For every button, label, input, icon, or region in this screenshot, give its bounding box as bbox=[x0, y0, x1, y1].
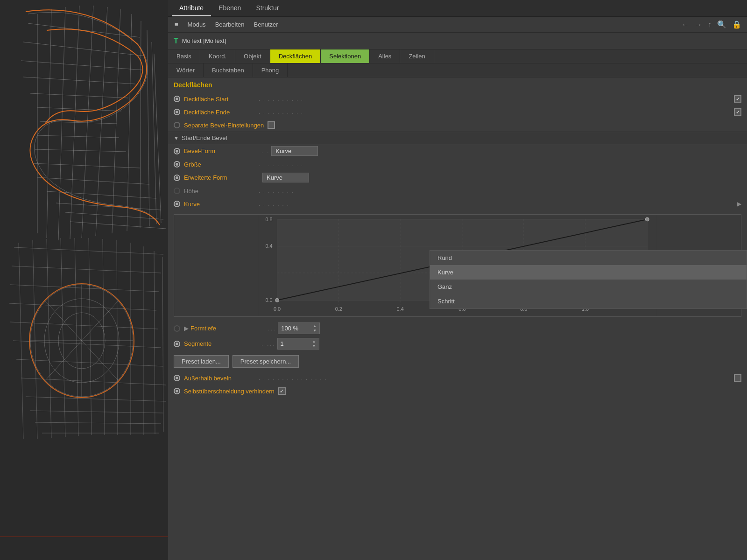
benutzer-button[interactable]: Benutzer bbox=[251, 20, 281, 29]
nav-up-button[interactable]: ↑ bbox=[706, 19, 713, 30]
dropdown-erweiterte-form-value: Kurve bbox=[267, 174, 282, 181]
radio-ausserhalb[interactable] bbox=[174, 375, 180, 381]
label-deckflaeche-ende: Deckfläche Ende bbox=[184, 109, 259, 116]
object-title-bar: T MoText [MoText] bbox=[168, 33, 747, 49]
dots-formtiefe: . . . bbox=[268, 326, 275, 331]
radio-segmente[interactable] bbox=[174, 341, 180, 347]
preset-speichern-button[interactable]: Preset speichern... bbox=[233, 355, 299, 368]
dots-kurve: . . . . . . . bbox=[259, 201, 737, 207]
bearbeiten-button[interactable]: Bearbeiten bbox=[212, 20, 247, 29]
collapse-bevel[interactable]: ▼ Start/Ende Bevel bbox=[168, 132, 747, 144]
tab-alles[interactable]: Alles bbox=[370, 49, 400, 63]
dropdown-erweiterte-form[interactable]: Kurve bbox=[262, 173, 309, 182]
label-kurve: Kurve bbox=[184, 201, 259, 208]
tab-koord[interactable]: Koord. bbox=[200, 49, 235, 63]
dropdown-item-schritt[interactable]: Schritt bbox=[430, 294, 747, 308]
radio-deckflaeche-start[interactable] bbox=[174, 96, 180, 102]
dropdown-item-ganz[interactable]: Ganz bbox=[430, 280, 747, 294]
dots-bevel-form: . . . bbox=[261, 148, 268, 154]
tab-zeilen[interactable]: Zeilen bbox=[400, 49, 434, 63]
radio-separate-bevel[interactable] bbox=[174, 122, 180, 128]
value-formtiefe: 100 % bbox=[281, 325, 298, 332]
dots-ausserhalb: . . . . . . . . . . . . . . . bbox=[259, 375, 734, 381]
tab-attribute[interactable]: Attribute bbox=[172, 0, 211, 16]
prop-row-segmente: Segmente . . . . . 1 ▲ ▼ bbox=[168, 336, 747, 351]
radio-selbstueberschneidung[interactable] bbox=[174, 388, 180, 394]
radio-groesse[interactable] bbox=[174, 161, 180, 168]
label-formtiefe: Formtiefe bbox=[190, 325, 265, 332]
preset-laden-button[interactable]: Preset laden... bbox=[174, 355, 229, 368]
value-segmente: 1 bbox=[281, 340, 284, 347]
checkbox-ausserhalb[interactable] bbox=[734, 374, 741, 382]
object-type-icon: T bbox=[174, 37, 178, 45]
prop-row-kurve: Kurve . . . . . . . ▶ bbox=[168, 197, 747, 210]
prop-row-deckflaeche-ende: Deckfläche Ende . . . . . . . . . . bbox=[168, 105, 747, 119]
prop-row-formtiefe: ▶ Formtiefe . . . 100 % ▲ ▼ bbox=[168, 321, 747, 336]
right-panel: Attribute Ebenen Struktur ≡ Modus Bearbe… bbox=[168, 0, 747, 560]
radio-deckflaeche-ende[interactable] bbox=[174, 109, 180, 115]
tab-basis[interactable]: Basis bbox=[168, 49, 200, 63]
tab-ebenen[interactable]: Ebenen bbox=[211, 0, 248, 16]
viewport-panel bbox=[0, 0, 168, 560]
prop-row-separate-bevel: Separate Bevel-Einstellungen bbox=[168, 119, 747, 132]
arrow-formtiefe-icon: ▶ bbox=[184, 325, 189, 332]
sub-tab-row: Wörter Buchstaben Phong bbox=[168, 63, 747, 77]
object-name-label: MoText [MoText] bbox=[182, 37, 226, 44]
dropdown-popup: Rund Kurve Ganz Schritt bbox=[430, 250, 747, 309]
nav-search-button[interactable]: 🔍 bbox=[715, 19, 728, 30]
label-erweiterte-form: Erweiterte Form bbox=[184, 174, 259, 181]
prop-row-erweiterte-form: Erweiterte Form Kurve bbox=[168, 171, 747, 184]
svg-point-88 bbox=[645, 217, 649, 221]
prop-row-deckflaeche-start: Deckfläche Start . . . . . . . . . . bbox=[168, 92, 747, 105]
field-segmente[interactable]: 1 ▲ ▼ bbox=[277, 338, 319, 350]
toolbar: ≡ Modus Bearbeiten Benutzer ← → ↑ 🔍 🔒 bbox=[168, 17, 747, 33]
radio-erweiterte-form[interactable] bbox=[174, 175, 180, 181]
collapse-title-label: Start/Ende Bevel bbox=[182, 134, 227, 141]
dots-deckflaeche-ende: . . . . . . . . . . bbox=[259, 109, 734, 115]
tab-woerter[interactable]: Wörter bbox=[168, 63, 204, 77]
prop-row-selbstueberschneidung: Selbstüberschneidung verhindern bbox=[168, 385, 747, 398]
checkbox-deckflaeche-ende[interactable] bbox=[734, 108, 741, 116]
tab-phong[interactable]: Phong bbox=[253, 63, 288, 77]
nav-lock-button[interactable]: 🔒 bbox=[730, 19, 743, 30]
tab-deckflaechen[interactable]: Deckflächen bbox=[270, 49, 321, 63]
section-header-deckflaechen: Deckflächen bbox=[168, 77, 747, 92]
svg-text:0.0: 0.0 bbox=[274, 306, 281, 312]
radio-hoehe[interactable] bbox=[174, 188, 180, 194]
prop-row-hoehe: Höhe . . . . . . . . bbox=[168, 184, 747, 197]
checkbox-deckflaeche-start[interactable] bbox=[734, 95, 741, 103]
svg-point-87 bbox=[275, 298, 279, 302]
tab-struktur[interactable]: Struktur bbox=[248, 0, 286, 16]
tab-selektionen[interactable]: Selektionen bbox=[321, 49, 370, 63]
radio-kurve[interactable] bbox=[174, 201, 180, 207]
collapse-arrow-icon: ▼ bbox=[174, 135, 179, 141]
prop-row-groesse: Größe . . . . . . . . . . bbox=[168, 158, 747, 171]
modus-button[interactable]: Modus bbox=[185, 20, 209, 29]
dropdown-bevel-form[interactable]: Kurve bbox=[271, 146, 318, 156]
dropdown-item-kurve[interactable]: Kurve bbox=[430, 265, 747, 280]
nav-forward-button[interactable]: → bbox=[693, 19, 704, 30]
svg-text:0.8: 0.8 bbox=[265, 217, 272, 222]
svg-text:0.2: 0.2 bbox=[335, 306, 342, 312]
content-area: Deckflächen Deckfläche Start . . . . . .… bbox=[168, 77, 747, 560]
menu-button[interactable]: ≡ bbox=[172, 20, 181, 29]
checkbox-separate-bevel[interactable] bbox=[268, 121, 275, 129]
radio-bevel-form[interactable] bbox=[174, 148, 180, 154]
radio-formtiefe[interactable] bbox=[174, 325, 180, 332]
nav-back-button[interactable]: ← bbox=[680, 19, 691, 30]
preset-button-row: Preset laden... Preset speichern... bbox=[168, 351, 747, 371]
checkbox-selbstueberschneidung[interactable] bbox=[278, 387, 286, 395]
dots-hoehe: . . . . . . . . bbox=[259, 188, 741, 194]
dots-segmente: . . . . . bbox=[261, 341, 275, 347]
svg-text:0.0: 0.0 bbox=[265, 297, 272, 303]
label-hoehe: Höhe bbox=[184, 188, 259, 195]
field-formtiefe[interactable]: 100 % ▲ ▼ bbox=[278, 322, 320, 334]
prop-row-bevel-form: Bevel-Form . . . Kurve bbox=[168, 144, 747, 158]
tab-objekt[interactable]: Objekt bbox=[235, 49, 270, 63]
chevron-kurve-icon: ▶ bbox=[737, 201, 741, 207]
tab-buchstaben[interactable]: Buchstaben bbox=[204, 63, 253, 77]
dropdown-bevel-form-value: Kurve bbox=[275, 147, 291, 154]
dropdown-item-rund[interactable]: Rund bbox=[430, 251, 747, 265]
prop-row-ausserhalb: Außerhalb beveln . . . . . . . . . . . .… bbox=[168, 371, 747, 385]
label-bevel-form: Bevel-Form bbox=[184, 147, 259, 154]
